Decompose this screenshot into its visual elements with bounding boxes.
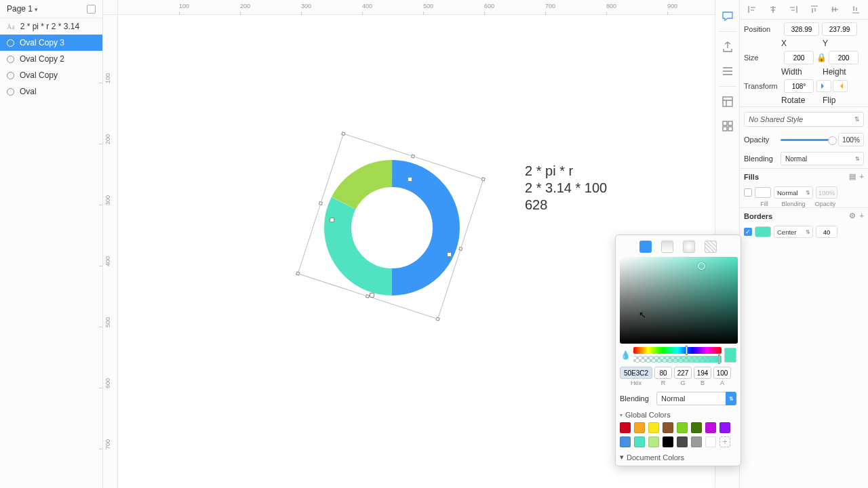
radial-gradient-tab[interactable] bbox=[683, 241, 695, 253]
eyedropper-icon[interactable]: 💧 bbox=[620, 350, 631, 361]
flip-vertical-icon[interactable] bbox=[833, 80, 848, 92]
r-input[interactable] bbox=[654, 367, 672, 379]
mouse-cursor-icon: ↖ bbox=[639, 310, 646, 320]
layer-oval-copy-2[interactable]: Oval Copy 2 bbox=[0, 51, 102, 67]
global-colors-swatches: + bbox=[620, 422, 736, 447]
annotation-text[interactable]: 2 * pi * r 2 * 3.14 * 100 628 bbox=[525, 163, 607, 214]
global-colors-header[interactable]: ▾Global Colors bbox=[620, 411, 736, 419]
b-label: B bbox=[694, 380, 711, 386]
layer-oval-copy-3[interactable]: Oval Copy 3 bbox=[0, 35, 102, 51]
border-enable-checkbox[interactable] bbox=[744, 228, 752, 236]
align-bottom-icon[interactable] bbox=[846, 2, 867, 17]
fills-settings-icon[interactable]: ▤ bbox=[849, 172, 856, 181]
align-center-v-icon[interactable] bbox=[825, 2, 846, 17]
export-icon[interactable] bbox=[717, 36, 738, 58]
layer-label: Oval bbox=[20, 87, 37, 96]
donut-chart-shape[interactable] bbox=[318, 154, 466, 304]
fill-blend-select[interactable]: Normal bbox=[774, 186, 813, 199]
ruler-tick: 700 bbox=[545, 3, 555, 9]
ruler-tick: 400 bbox=[362, 3, 372, 9]
alpha-slider[interactable] bbox=[633, 356, 722, 363]
color-picker-tabs bbox=[620, 239, 736, 257]
color-swatch[interactable] bbox=[634, 436, 645, 447]
layer-label: 2 * pi * r 2 * 3.14 bbox=[20, 22, 79, 31]
lock-icon[interactable]: 🔒 bbox=[816, 53, 826, 62]
color-field[interactable]: ↖ bbox=[620, 257, 738, 344]
hue-slider[interactable] bbox=[633, 347, 722, 354]
borders-settings-icon[interactable]: ⚙ bbox=[849, 211, 856, 220]
add-swatch-button[interactable]: + bbox=[719, 436, 730, 447]
rotate-input[interactable] bbox=[784, 79, 814, 93]
layout-icon[interactable] bbox=[717, 91, 738, 113]
flip-horizontal-icon[interactable] bbox=[816, 80, 831, 92]
color-swatch[interactable] bbox=[677, 422, 688, 433]
hex-input[interactable] bbox=[620, 367, 652, 379]
layer-oval[interactable]: Oval bbox=[0, 83, 102, 100]
b-input[interactable] bbox=[694, 367, 711, 379]
position-x-input[interactable] bbox=[784, 22, 819, 36]
color-swatch[interactable] bbox=[691, 422, 702, 433]
fill-opacity-input[interactable] bbox=[816, 186, 837, 199]
artboard-icon[interactable] bbox=[87, 5, 96, 14]
a-input[interactable] bbox=[713, 367, 731, 379]
color-swatch[interactable] bbox=[634, 422, 645, 433]
solid-color-tab[interactable] bbox=[639, 241, 652, 253]
color-swatch[interactable] bbox=[719, 422, 730, 433]
path-point[interactable] bbox=[370, 293, 374, 298]
height-input[interactable] bbox=[829, 51, 859, 64]
linear-gradient-tab[interactable] bbox=[661, 241, 673, 253]
comment-icon[interactable] bbox=[717, 5, 738, 27]
svg-rect-6 bbox=[723, 127, 727, 131]
page-selector[interactable]: Page 1▾ bbox=[0, 0, 102, 18]
document-colors-header[interactable]: ▾Document Colors bbox=[620, 453, 736, 462]
grid-icon[interactable] bbox=[717, 115, 738, 137]
borders-add-icon[interactable]: + bbox=[860, 211, 864, 220]
ruler-tick: 100 bbox=[179, 3, 189, 9]
border-width-input[interactable] bbox=[816, 226, 837, 238]
shared-style-select[interactable]: No Shared Style bbox=[744, 112, 864, 127]
blending-select[interactable]: Normal bbox=[781, 152, 864, 165]
opacity-value[interactable]: 100% bbox=[838, 133, 864, 146]
distribute-icon[interactable] bbox=[717, 60, 738, 82]
align-top-icon[interactable] bbox=[804, 2, 825, 17]
opacity-slider[interactable] bbox=[781, 139, 834, 141]
color-swatch[interactable] bbox=[705, 436, 716, 447]
flip-label: Flip bbox=[823, 96, 864, 105]
align-left-icon[interactable] bbox=[742, 2, 763, 17]
path-point[interactable] bbox=[330, 218, 334, 222]
align-toolbar bbox=[740, 0, 868, 20]
color-swatch[interactable] bbox=[691, 436, 702, 447]
g-input[interactable] bbox=[674, 367, 692, 379]
ruler-tick: 700 bbox=[104, 439, 111, 449]
color-field-cursor[interactable] bbox=[698, 262, 705, 270]
path-point[interactable] bbox=[447, 252, 452, 257]
color-swatch[interactable] bbox=[677, 436, 688, 447]
color-swatch[interactable] bbox=[648, 422, 659, 433]
pattern-tab[interactable] bbox=[705, 241, 717, 253]
color-swatch[interactable] bbox=[663, 436, 673, 447]
fills-add-icon[interactable]: + bbox=[860, 172, 864, 181]
oval-icon bbox=[7, 72, 14, 79]
align-right-icon[interactable] bbox=[783, 2, 804, 17]
align-center-h-icon[interactable] bbox=[763, 2, 784, 17]
color-swatch[interactable] bbox=[620, 436, 631, 447]
path-point[interactable] bbox=[408, 177, 412, 182]
color-swatch[interactable] bbox=[705, 422, 716, 433]
color-swatch[interactable] bbox=[620, 422, 631, 433]
fill-enable-checkbox[interactable] bbox=[744, 188, 752, 197]
fills-title: Fills bbox=[744, 173, 759, 181]
fill-color-swatch[interactable] bbox=[755, 187, 771, 198]
border-color-swatch[interactable] bbox=[755, 226, 771, 237]
color-swatch[interactable] bbox=[663, 422, 673, 433]
position-y-input[interactable] bbox=[822, 22, 857, 36]
a-label: A bbox=[713, 380, 731, 386]
border-position-select[interactable]: Center bbox=[774, 226, 813, 238]
width-input[interactable] bbox=[784, 51, 814, 64]
layer-list: Aa 2 * pi * r 2 * 3.14 Oval Copy 3 Oval … bbox=[0, 18, 102, 488]
layer-oval-copy[interactable]: Oval Copy bbox=[0, 67, 102, 83]
picker-blend-select[interactable]: Normal⇅ bbox=[656, 392, 736, 405]
layer-text[interactable]: Aa 2 * pi * r 2 * 3.14 bbox=[0, 18, 102, 35]
color-swatch[interactable] bbox=[648, 436, 659, 447]
layer-label: Oval Copy bbox=[20, 70, 58, 80]
ruler-tick: 100 bbox=[104, 73, 111, 83]
